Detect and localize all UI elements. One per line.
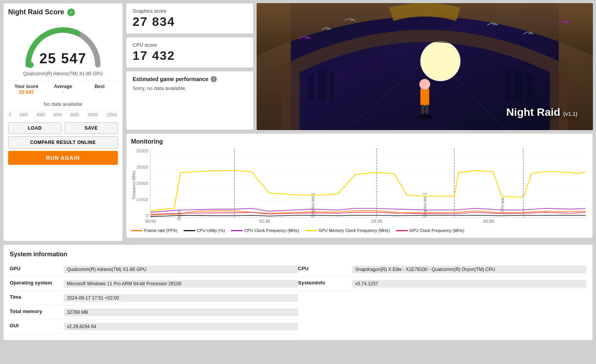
svg-text:05:00: 05:00 [484,219,494,223]
best-col: Best - [81,84,118,95]
legend-cpu-utility: CPU Utility (%) [184,228,225,233]
sys-key-sysinfo: SystemInfo [298,280,352,286]
save-button[interactable]: SAVE [65,122,118,134]
svg-rect-6 [309,74,314,101]
run-again-button[interactable]: RUN AGAIN [8,151,118,165]
monitoring-chart: 35000 30000 20000 10000 0 Frequency (MHz… [131,148,588,225]
sys-key-time: Time [10,294,64,300]
svg-text:00:00: 00:00 [145,219,156,223]
night-raid-hero-title: Night Raid (v1.1) [506,106,577,119]
night-raid-header: Night Raid Score ✓ [8,8,75,16]
sys-val-time: 2024-09-17 17:51 +02:00 [64,294,298,302]
sys-row-gui: GUI v2.29.8294 64 [10,320,298,334]
legend-frame-rate-line [131,230,143,231]
average-value: - [45,89,82,95]
load-button[interactable]: LOAD [8,122,61,134]
check-icon: ✓ [67,8,75,16]
night-raid-version: (v1.1) [563,111,577,117]
legend-gpu-clock-label: GPU Clock Frequency (MHz) [409,228,464,233]
legend-cpu-utility-line [184,230,195,231]
sys-row-cpu: CPU Snapdragon(R) X Elite - X1E78100 - Q… [298,262,586,277]
bar-axis: 0 2000 4000 6000 8000 10000 12500 [8,113,118,117]
svg-text:30000: 30000 [136,165,148,169]
svg-rect-9 [505,72,511,101]
legend-gpu-mem-clock-line [305,230,317,231]
legend-cpu-clock: CPU Clock Frequency (MHz) [231,228,299,233]
sys-val-memory: 32768 MB [64,308,298,316]
gauge-dot [27,62,34,68]
gauge-container: 25 547 [20,22,106,69]
top-middle-right: Graphics score 27 834 CPU score 17 432 E… [126,3,593,130]
your-score-value: 25 547 [8,89,45,95]
legend-frame-rate: Frame rate (FPS) [131,228,177,233]
sys-key-cpu: CPU [298,266,352,271]
sys-key-gui: GUI [10,323,64,328]
svg-rect-8 [330,72,335,101]
hero-image-panel: Night Raid (v1.1) [257,3,593,130]
system-info-title: System information [10,251,586,258]
svg-text:10000: 10000 [136,197,148,202]
graphics-score-value: 27 834 [133,15,247,29]
cpu-score-label: CPU score [133,42,247,48]
sys-row-os: Operating system Microsoft Windows 11 Pr… [10,277,298,291]
sys-col-right: CPU Snapdragon(R) X Elite - X1E78100 - Q… [298,262,586,334]
svg-text:Graphics test 1: Graphics test 1 [311,193,315,218]
system-info-section: System information GPU Qualcomm(R) Adren… [3,244,593,340]
your-score-label: Your score [8,84,45,89]
average-label: Average [45,84,82,89]
svg-text:0: 0 [146,213,148,218]
gauge-score: 25 547 [39,51,87,67]
legend-cpu-utility-label: CPU Utility (%) [197,228,225,233]
svg-rect-13 [420,88,429,106]
svg-text:03:20: 03:20 [371,219,382,223]
legend-cpu-clock-line [231,230,243,231]
middle-panel: Graphics score 27 834 CPU score 17 432 E… [126,3,254,130]
score-compare: Your score 25 547 Average - Best - [8,80,118,95]
monitoring-title: Monitoring [131,138,588,145]
night-raid-scene: Night Raid (v1.1) [257,3,593,130]
sys-val-cpu: Snapdragon(R) X Elite - X1E78100 - Qualc… [352,266,586,273]
svg-rect-7 [318,70,326,101]
cpu-score-box: CPU score 17 432 [126,37,254,68]
svg-point-12 [416,115,434,119]
average-col: Average - [45,84,82,95]
legend-gpu-mem-clock: GPU Memory Clock Frequency (MHz) [305,228,390,233]
sys-key-os: Operating system [10,280,64,286]
sys-row-memory: Total memory 32768 MB [10,305,298,320]
svg-rect-16 [425,105,428,113]
sys-val-gui: v2.29.8294 64 [64,323,298,330]
sys-val-os: Microsoft Windows 11 Pro ARM 64-bit Proc… [64,280,298,288]
chart-container: 35000 30000 20000 10000 0 Frequency (MHz… [131,148,588,233]
button-row: LOAD SAVE [8,122,118,134]
your-score-col: Your score 25 547 [8,84,45,95]
legend-gpu-mem-clock-label: GPU Memory Clock Frequency (MHz) [318,228,390,233]
svg-rect-11 [526,74,533,102]
legend-gpu-clock-line [396,230,408,231]
svg-text:Frequency (MHz): Frequency (MHz) [132,171,136,199]
middle-right-wrap: Graphics score 27 834 CPU score 17 432 E… [126,3,593,241]
best-label: Best [81,84,118,89]
legend-cpu-clock-label: CPU Clock Frequency (MHz) [244,228,299,233]
sys-key-gpu: GPU [10,266,64,271]
svg-text:01:40: 01:40 [259,219,270,223]
chart-legend: Frame rate (FPS) CPU Utility (%) CPU Clo… [131,228,588,233]
cpu-score-value: 17 432 [133,49,247,63]
bar-chart-area: 0 2000 4000 6000 8000 10000 12500 [8,110,118,117]
monitoring-section: Monitoring 35000 [126,133,593,238]
legend-frame-rate-label: Frame rate (FPS) [144,228,177,233]
info-icon[interactable]: i [211,76,217,82]
graphics-score-box: Graphics score 27 834 [126,3,254,34]
sys-val-sysinfo: v5.74.1257 [352,280,586,288]
sys-val-gpu: Qualcomm(R) Adreno(TM) X1-85 GPU [64,266,298,273]
legend-gpu-clock: GPU Clock Frequency (MHz) [396,228,464,233]
est-game-box: Estimated game performance i Sorry, no d… [126,71,254,130]
night-raid-score-title: Night Raid Score [8,8,64,16]
svg-text:20000: 20000 [136,181,148,186]
compare-button[interactable]: COMPARE RESULT ONLINE [8,136,118,149]
svg-text:35000: 35000 [136,149,148,153]
est-game-header: Estimated game performance i [133,76,247,82]
no-data-label: No data available [44,101,82,107]
system-info-grid: GPU Qualcomm(R) Adreno(TM) X1-85 GPU Ope… [10,262,586,334]
svg-rect-10 [514,69,523,101]
est-no-data: Sorry, no data available. [133,85,247,91]
